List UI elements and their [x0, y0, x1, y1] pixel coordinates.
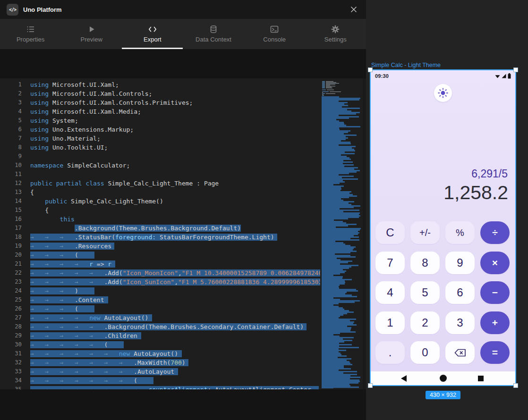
key-decimal[interactable]: .	[375, 341, 405, 364]
app-window: </> Uno Platform PropertiesPreviewExport…	[0, 0, 528, 420]
tab-settings[interactable]: Settings	[305, 19, 366, 49]
scrollbar-track[interactable]	[363, 78, 366, 389]
tab-console[interactable]: Console	[244, 19, 305, 49]
code-line: 14public Simple_Calc_Light_Theme()	[0, 197, 320, 206]
key-7[interactable]: 7	[375, 252, 405, 274]
status-bar: 09:30	[371, 70, 515, 82]
tab-label: Data Context	[196, 36, 231, 43]
key-3[interactable]: 3	[445, 311, 475, 334]
theme-toggle-button[interactable]	[434, 84, 452, 102]
home-icon[interactable]	[440, 375, 447, 382]
key-9[interactable]: 9	[445, 252, 475, 274]
code-line: 6using Uno.Extensions.Markup;	[0, 125, 320, 134]
console-icon	[270, 25, 279, 34]
code-line: 32→→→→→→→.MaxWidth(700)	[0, 358, 320, 367]
code-line: 27→→→→new AutoLayout()	[0, 313, 320, 322]
key-1[interactable]: 1	[375, 311, 405, 334]
code-line: 21→→→→r => r	[0, 260, 320, 269]
code-line: 28→→→→→.Background(Theme.Brushes.Seconda…	[0, 322, 320, 331]
code-line: 3using Microsoft.UI.Xaml.Controls.Primit…	[0, 98, 320, 107]
tab-properties[interactable]: Properties	[0, 19, 61, 49]
design-canvas[interactable]: Simple Calc - Light Theme 09:30	[366, 0, 528, 420]
code-line: 31→→→→→→new AutoLayout()	[0, 349, 320, 358]
key-2[interactable]: 2	[410, 311, 440, 334]
key-equals[interactable]: =	[480, 341, 510, 364]
tab-preview[interactable]: Preview	[61, 19, 122, 49]
code-line: 23→→→→→.Add("Icon_SunIcon","F1 M 5.76000…	[0, 277, 320, 286]
code-line: 15{	[0, 206, 320, 215]
code-line: 1using Microsoft.UI.Xaml;	[0, 80, 320, 89]
tab-data-context[interactable]: Data Context	[183, 19, 244, 49]
code-brackets-icon: </>	[7, 4, 18, 16]
recents-icon[interactable]	[478, 376, 484, 381]
selection-handle[interactable]	[368, 383, 373, 388]
selection-handle[interactable]	[368, 67, 373, 72]
code-line: 18→→→.StatusBar(foreground: StatusBarFor…	[0, 233, 320, 242]
code-line: 12public partial class Simple_Calc_Light…	[0, 179, 320, 188]
close-icon[interactable]	[348, 4, 359, 15]
key-8[interactable]: 8	[410, 252, 440, 274]
code-line: 17.Background(Theme.Brushes.Background.D…	[0, 224, 320, 233]
tab-label: Preview	[81, 36, 102, 43]
code-line: 13{	[0, 188, 320, 197]
key-0[interactable]: 0	[410, 341, 440, 364]
code-line: 35→→→→→→→→counterAlignment: AutoLayoutAl…	[0, 385, 320, 389]
key-backspace[interactable]	[445, 341, 475, 364]
key-percent[interactable]: %	[445, 221, 475, 244]
code-line: 8using Uno.Toolkit.UI;	[0, 143, 320, 152]
battery-icon	[508, 73, 511, 79]
code-line: 5using System;	[0, 116, 320, 125]
size-badge: 430 × 932	[426, 391, 460, 399]
code-lines[interactable]: 1using Microsoft.UI.Xaml;2using Microsof…	[0, 80, 320, 389]
preview-label: Simple Calc - Light Theme	[371, 62, 441, 68]
selection-handle[interactable]	[513, 383, 518, 388]
calc-result: 1,258.2	[443, 182, 508, 204]
selection-handle[interactable]	[513, 67, 518, 72]
key-4[interactable]: 4	[375, 281, 405, 304]
code-line: 25→→→.Content	[0, 295, 320, 304]
properties-icon	[26, 25, 35, 34]
title-bar: </> Uno Platform	[0, 0, 366, 19]
code-line: 4using Microsoft.UI.Xaml.Media;	[0, 107, 320, 116]
export-toolbar: Simple Calc - Light Theme C# CSHARP SETT…	[0, 49, 366, 78]
export-icon	[148, 25, 157, 34]
code-line: 16this	[0, 215, 320, 224]
key-divide[interactable]: ÷	[480, 221, 510, 244]
code-line: 11	[0, 170, 320, 179]
datacontext-icon	[209, 25, 218, 34]
back-icon[interactable]	[401, 375, 407, 382]
code-line: 19→→→.Resources	[0, 242, 320, 251]
minimap[interactable]	[320, 78, 363, 389]
preview-icon	[87, 25, 96, 34]
calc-expression: 6,291/5	[471, 168, 508, 180]
signal-icon	[502, 74, 506, 78]
wifi-icon	[495, 74, 500, 78]
code-line: 34→→→→→→→(	[0, 376, 320, 385]
code-line: 24→→→)	[0, 286, 320, 295]
key-multiply[interactable]: ×	[480, 252, 510, 274]
uno-platform-panel: </> Uno Platform PropertiesPreviewExport…	[0, 0, 366, 420]
code-line: 7using Uno.Material;	[0, 134, 320, 143]
tab-label: Properties	[17, 36, 44, 43]
tab-label: Console	[263, 36, 286, 43]
key-5[interactable]: 5	[410, 281, 440, 304]
code-line: 10namespace SimpleCalculator;	[0, 161, 320, 170]
window-title: Uno Platform	[23, 6, 62, 13]
key-clear[interactable]: C	[375, 221, 405, 244]
tab-label: Export	[144, 36, 162, 43]
minimap-selection	[322, 96, 361, 388]
code-editor[interactable]: 1using Microsoft.UI.Xaml;2using Microsof…	[0, 78, 366, 389]
tab-export[interactable]: Export	[122, 19, 183, 49]
status-time: 09:30	[375, 73, 389, 79]
key-plus-minus[interactable]: +/-	[410, 221, 440, 244]
code-line: 29→→→→→.Children	[0, 331, 320, 340]
key-6[interactable]: 6	[445, 281, 475, 304]
key-minus[interactable]: −	[480, 281, 510, 304]
tab-bar: PropertiesPreviewExportData ContextConso…	[0, 19, 366, 49]
code-line: 22→→→→→.Add("Icon_MoonIcon","F1 M 10.340…	[0, 269, 320, 277]
key-plus[interactable]: +	[480, 311, 510, 334]
code-line: 2using Microsoft.UI.Xaml.Controls;	[0, 89, 320, 98]
code-line: 9	[0, 152, 320, 161]
phone-preview[interactable]: 09:30	[370, 69, 516, 386]
settings-icon	[331, 25, 340, 34]
